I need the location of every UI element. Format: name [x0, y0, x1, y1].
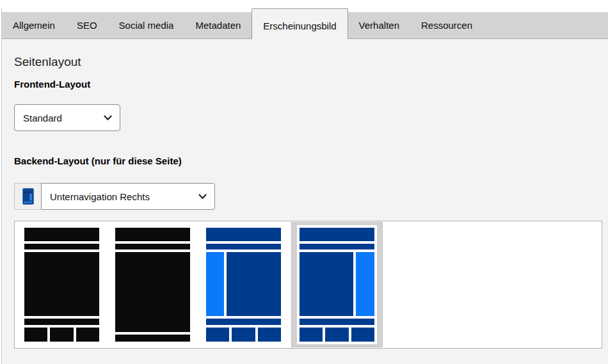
layout-option-4-selected[interactable]	[291, 222, 383, 347]
layout-region	[206, 319, 281, 325]
backend-layout-selected-value: Unternavigation Rechts	[50, 191, 150, 202]
tab-label: Social media	[119, 20, 174, 31]
tab-erscheinungsbild[interactable]: Erscheinungsbild	[252, 8, 348, 39]
layout-region	[356, 252, 374, 316]
form-panel: AllgemeinSEOSocial mediaMetadatenErschei…	[1, 8, 608, 364]
tab-label: Erscheinungsbild	[263, 20, 336, 31]
layout-region	[300, 252, 353, 316]
layout-option-3[interactable]	[206, 228, 281, 342]
chevron-down-icon	[198, 194, 207, 200]
layout-region	[115, 244, 190, 249]
chevron-down-icon	[104, 115, 112, 121]
backend-layout-input-group: Unternavigation Rechts	[14, 183, 608, 210]
tab-label: Allgemein	[13, 20, 55, 31]
frontend-layout-label: Frontend-Layout	[14, 79, 608, 90]
frontend-layout-selected-value: Standard	[23, 113, 62, 123]
layout-region	[206, 244, 281, 249]
tab-label: Verhalten	[359, 20, 399, 31]
tab-label: Metadaten	[195, 20, 241, 31]
layout-region	[300, 228, 374, 241]
layout-region	[258, 328, 281, 342]
tab-metadaten[interactable]: Metadaten	[184, 8, 252, 38]
layout-region	[325, 328, 348, 342]
layout-region	[115, 335, 190, 342]
layout-region	[76, 328, 99, 342]
tab-content-erscheinungsbild: Seitenlayout Frontend-Layout Standard Ba…	[2, 39, 608, 364]
backend-layout-select[interactable]: Unternavigation Rechts	[41, 183, 215, 210]
page-properties-window: AllgemeinSEOSocial mediaMetadatenErschei…	[0, 0, 608, 364]
tab-label: Ressourcen	[421, 20, 472, 31]
layout-region	[50, 328, 73, 342]
page-title: Seitenlayout	[14, 55, 608, 69]
layout-region	[24, 319, 99, 325]
layout-region	[206, 228, 281, 241]
layout-region	[227, 252, 281, 316]
layout-region	[206, 252, 224, 316]
layout-option-2[interactable]	[115, 228, 190, 342]
layout-option-1[interactable]	[24, 228, 99, 342]
tab-label: SEO	[77, 20, 97, 31]
backend-layout-label: Backend-Layout (nur für diese Seite)	[14, 155, 608, 166]
layout-region	[300, 319, 374, 325]
tab-ressourcen[interactable]: Ressourcen	[410, 8, 483, 38]
layout-region	[300, 328, 323, 342]
layout-region	[24, 252, 99, 316]
layout-region	[115, 252, 190, 332]
tab-allgemein[interactable]: Allgemein	[2, 8, 66, 38]
tab-social-media[interactable]: Social media	[108, 8, 185, 38]
frontend-layout-select[interactable]: Standard	[14, 104, 120, 131]
backend-layout-icon	[14, 183, 41, 210]
layout-region	[24, 228, 99, 241]
tab-verhalten[interactable]: Verhalten	[348, 8, 410, 38]
layout-region	[24, 244, 99, 249]
layout-region	[351, 328, 374, 342]
tab-bar: AllgemeinSEOSocial mediaMetadatenErschei…	[2, 8, 608, 39]
layout-region	[206, 328, 229, 342]
backend-layout-options	[14, 221, 602, 349]
layout-region	[300, 244, 374, 249]
layout-region	[232, 328, 255, 342]
tab-seo[interactable]: SEO	[66, 8, 108, 38]
layout-region	[24, 328, 47, 342]
layout-region	[115, 228, 190, 241]
